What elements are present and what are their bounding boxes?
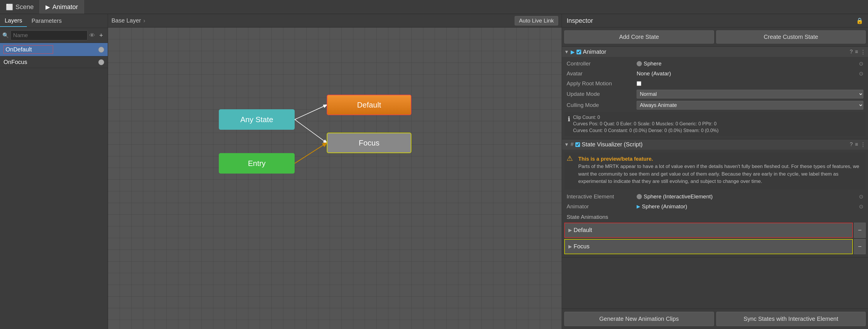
culling-mode-label: Culling Mode [567, 102, 637, 108]
update-mode-select[interactable]: Normal [637, 90, 863, 99]
animator-canvas[interactable]: Any State Entry Default Focus [108, 27, 562, 329]
state-visualizer-question-icon[interactable]: ? [849, 141, 852, 148]
prop-update-mode: Update Mode Normal [562, 88, 868, 100]
prop-avatar: Avatar None (Avatar) ⊙ [562, 68, 868, 79]
sync-states-button[interactable]: Sync States with Interactive Element [716, 312, 866, 326]
generate-clips-button[interactable]: Generate New Animation Clips [564, 312, 714, 326]
animator-toolbar: Base Layer › Auto Live Link [108, 14, 562, 27]
animator-component-header[interactable]: ▼ ▶ Animator ? ≡ ⋮ [562, 47, 868, 57]
state-animations-label: State Animations [562, 212, 868, 221]
state-focus[interactable]: Focus [327, 133, 411, 153]
tab-parameters[interactable]: Parameters [27, 15, 66, 27]
animator-component-section: ▼ ▶ Animator ? ≡ ⋮ Controller Sp [562, 47, 868, 139]
animator-overflow-icon[interactable]: ⋮ [860, 49, 866, 55]
inspector-title: Inspector [567, 17, 852, 25]
action-buttons-row: Add Core State Create Custom State [562, 27, 868, 47]
avatar-end-icon[interactable]: ⊙ [859, 71, 863, 77]
tab-scene[interactable]: ⬜ Scene [0, 0, 40, 14]
controller-value-row: Sphere ⊙ [637, 60, 863, 67]
animator-ref-label: Animator [567, 203, 637, 210]
animator-ref-value: ▶ Sphere (Animator) [637, 203, 858, 210]
bottom-buttons: Generate New Animation Clips Sync States… [562, 308, 868, 329]
avatar-value-row: None (Avatar) ⊙ [637, 71, 863, 77]
controller-value: Sphere [637, 60, 858, 67]
animator-collapse-arrow: ▼ [564, 49, 569, 55]
state-default[interactable]: Default [327, 95, 411, 115]
tab-animator-label: Animator [52, 3, 78, 11]
interactive-element-label: Interactive Element [567, 193, 637, 200]
apply-root-motion-checkbox[interactable] [637, 81, 641, 86]
state-entry[interactable]: Entry [219, 153, 295, 173]
state-anim-default-box[interactable]: ▶ Default [564, 223, 853, 238]
state-visualizer-collapse-arrow: ▼ [564, 142, 569, 147]
animator-settings-icon[interactable]: ≡ [855, 49, 858, 55]
prop-animator-ref: Animator ▶ Sphere (Animator) ⊙ [562, 201, 868, 212]
warning-icon-row: ⚠ This is a preview/beta feature. Parts … [564, 153, 866, 189]
create-custom-state-button[interactable]: Create Custom State [716, 30, 866, 44]
animator-component-icons: ? ≡ ⋮ [849, 49, 866, 55]
add-layer-button[interactable]: + [97, 30, 105, 40]
focus-anim-arrow: ▶ [568, 244, 572, 249]
prop-controller: Controller Sphere ⊙ [562, 59, 868, 68]
animator-component-body: Controller Sphere ⊙ Avatar None (Avatar) [562, 57, 868, 139]
avatar-label: Avatar [567, 71, 637, 77]
eye-icon[interactable]: 👁 [89, 32, 95, 39]
spacer [562, 257, 868, 308]
state-visualizer-hash-icon: # [571, 141, 574, 147]
state-visualizer-header[interactable]: ▼ # State Visualizer (Script) ? ≡ ⋮ [562, 139, 868, 149]
scene-icon: ⬜ [6, 3, 13, 10]
default-anim-arrow: ▶ [568, 227, 572, 233]
layer-name-ondefault: OnDefault [3, 45, 53, 54]
prop-apply-root-motion: Apply Root Motion [562, 79, 868, 88]
add-core-state-button[interactable]: Add Core State [564, 30, 714, 44]
animator-ref-end-icon[interactable]: ⊙ [859, 203, 863, 210]
lock-icon[interactable]: 🔒 [856, 17, 863, 24]
update-mode-label: Update Mode [567, 91, 637, 97]
warning-text: Parts of the MRTK appear to have a lot o… [576, 163, 863, 188]
avatar-value: None (Avatar) [637, 71, 858, 77]
main-layout: Layers Parameters 🔍 👁 + OnDefault OnFocu… [0, 14, 868, 329]
animator-enabled-checkbox[interactable] [577, 50, 581, 54]
state-anim-focus: ▶ Focus − [564, 239, 866, 254]
prop-interactive-element: Interactive Element Sphere (InteractiveE… [562, 192, 868, 201]
focus-anim-label: Focus [574, 243, 589, 250]
culling-mode-select[interactable]: Always Animate [637, 101, 863, 110]
state-any-state[interactable]: Any State [219, 109, 295, 130]
state-visualizer-overflow-icon[interactable]: ⋮ [860, 141, 866, 148]
svg-line-2 [295, 143, 327, 163]
controller-end-icon[interactable]: ⊙ [859, 60, 863, 67]
animator-question-icon[interactable]: ? [849, 49, 852, 55]
inspector-header-icons: 🔒 [856, 17, 863, 24]
left-panel: Layers Parameters 🔍 👁 + OnDefault OnFocu… [0, 14, 108, 329]
default-anim-label: Default [574, 227, 592, 234]
breadcrumb-text: Base Layer [112, 17, 141, 24]
controller-icon [637, 61, 642, 66]
auto-live-link-button[interactable]: Auto Live Link [515, 16, 558, 25]
warning-icon: ⚠ [567, 154, 573, 162]
svg-line-0 [295, 105, 327, 119]
tab-layers[interactable]: Layers [0, 15, 27, 27]
state-visualizer-settings-icon[interactable]: ≡ [855, 141, 858, 148]
arrows-svg [108, 27, 562, 329]
breadcrumb-arrow: › [143, 17, 145, 24]
state-anim-focus-box[interactable]: ▶ Focus [564, 239, 853, 254]
controller-label: Controller [567, 60, 637, 67]
layer-circle-onfocus [98, 59, 104, 65]
search-input[interactable] [10, 30, 88, 40]
state-visualizer-enabled-checkbox[interactable] [576, 142, 580, 147]
animator-play-icon: ▶ [571, 49, 575, 55]
left-tabs: Layers Parameters [0, 14, 108, 28]
apply-root-motion-label: Apply Root Motion [567, 80, 637, 87]
layer-item-onfocus[interactable]: OnFocus [0, 56, 108, 68]
svg-line-1 [295, 119, 327, 143]
tab-scene-label: Scene [16, 3, 34, 11]
warning-section: ⚠ This is a preview/beta feature. Parts … [564, 153, 866, 189]
state-anim-focus-minus[interactable]: − [854, 239, 866, 254]
interactive-element-end-icon[interactable]: ⊙ [859, 193, 863, 200]
center-panel: Base Layer › Auto Live Link [108, 14, 562, 329]
layer-item-ondefault[interactable]: OnDefault [0, 43, 108, 56]
tab-animator[interactable]: ▶ Animator [40, 0, 84, 14]
clip-info-text: Clip Count: 0 Curves Pos: 0 Quat: 0 Eule… [573, 114, 719, 134]
state-anim-default-minus[interactable]: − [854, 223, 866, 238]
state-visualizer-body: ⚠ This is a preview/beta feature. Parts … [562, 149, 868, 257]
